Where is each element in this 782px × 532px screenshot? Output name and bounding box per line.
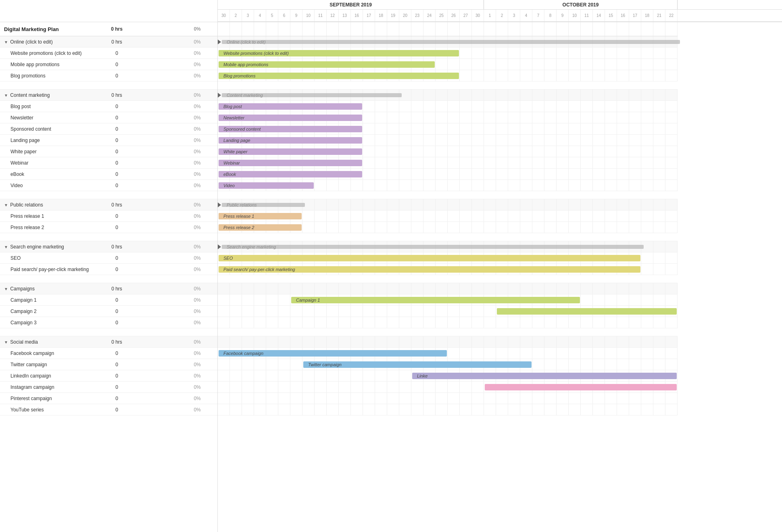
section-name[interactable]: ▼ Public relations	[0, 202, 97, 208]
gantt-cell	[351, 211, 363, 221]
gantt-bar[interactable]: Newsletter	[219, 115, 362, 121]
gantt-cell	[484, 336, 496, 347]
gantt-bar[interactable]: Twitter campaign	[303, 361, 532, 368]
gantt-bar[interactable]: Blog promotions	[219, 73, 459, 79]
gantt-bar[interactable]: Public relations	[222, 203, 305, 207]
task-name[interactable]: Campaign 3	[0, 320, 97, 325]
gantt-cell	[653, 157, 665, 168]
task-name[interactable]: White paper	[0, 149, 97, 154]
gantt-bar[interactable]: Content marketing	[222, 93, 402, 97]
task-name[interactable]: Paid search/ pay-per-click marketing	[0, 267, 97, 272]
gantt-cell	[665, 317, 678, 328]
gantt-bar[interactable]	[497, 308, 677, 315]
gantt-cell	[520, 180, 532, 191]
gantt-bar[interactable]: Linke	[412, 373, 677, 379]
gantt-bar[interactable]: Press release 2	[219, 224, 302, 231]
gantt-bar[interactable]	[485, 384, 677, 390]
section-name[interactable]: ▼ Search engine marketing	[0, 244, 97, 250]
gantt-bar[interactable]: Landing page	[219, 137, 362, 144]
task-name[interactable]: Blog post	[0, 104, 97, 109]
task-name[interactable]: Twitter campaign	[0, 362, 97, 367]
gantt-cell	[436, 123, 448, 134]
gantt-bar[interactable]: White paper	[219, 148, 362, 155]
gantt-cell	[436, 135, 448, 146]
task-name[interactable]: Blog promotions	[0, 73, 97, 79]
section-name[interactable]: ▼ Content marketing	[0, 92, 97, 98]
gantt-bar[interactable]: Paid search/ pay-per-click marketing	[219, 266, 640, 273]
task-name[interactable]: Mobile app promotions	[0, 62, 97, 67]
gantt-cell	[423, 123, 436, 134]
gantt-cell	[496, 48, 508, 58]
day-label: 4	[520, 10, 532, 21]
task-name[interactable]: Webinar	[0, 160, 97, 166]
bar-label: eBook	[223, 172, 236, 177]
task-name[interactable]: SEO	[0, 255, 97, 261]
task-name[interactable]: YouTube series	[0, 407, 97, 413]
gantt-cell	[665, 252, 678, 263]
gantt-cell	[569, 336, 581, 347]
gantt-cell	[532, 90, 544, 100]
gantt-cell	[520, 22, 532, 36]
gantt-bar[interactable]: Website promotions (click to edit)	[219, 50, 459, 56]
gantt-cell	[629, 336, 641, 347]
task-name[interactable]: Campaign 2	[0, 309, 97, 314]
task-name[interactable]: Newsletter	[0, 115, 97, 121]
gantt-cell	[254, 382, 266, 392]
task-name[interactable]: Facebook campaign	[0, 350, 97, 356]
gantt-bar[interactable]: Facebook campaign	[219, 350, 447, 357]
gantt-cell	[218, 317, 230, 328]
gantt-bar[interactable]: Video	[219, 182, 314, 189]
gantt-cell	[532, 211, 544, 221]
task-name[interactable]: Video	[0, 183, 97, 188]
gantt-cell	[278, 306, 290, 317]
gantt-cell	[520, 336, 532, 347]
gantt-cell	[520, 48, 532, 58]
gantt-cell	[617, 393, 629, 404]
gantt-cell	[448, 336, 460, 347]
gantt-bar[interactable]: eBook	[219, 171, 362, 177]
gantt-bar[interactable]: Press release 1	[219, 213, 302, 219]
task-name[interactable]: Press release 1	[0, 213, 97, 219]
gantt-cell	[665, 22, 678, 36]
gantt-cell	[242, 317, 254, 328]
task-name[interactable]: Instagram campaign	[0, 384, 97, 390]
gantt-bar[interactable]: SEO	[219, 255, 640, 261]
task-name[interactable]: Pinterest campaign	[0, 396, 97, 401]
gantt-cell	[302, 211, 315, 221]
gantt-cell	[520, 123, 532, 134]
gantt-bar[interactable]: Online (click to edit)	[222, 40, 680, 44]
section-name[interactable]: ▼ Social media	[0, 339, 97, 345]
gantt-bar[interactable]: Blog post	[219, 103, 362, 110]
gantt-cell	[508, 180, 520, 191]
gantt-cell	[448, 348, 460, 359]
gantt-cell	[266, 283, 278, 294]
gantt-cell	[436, 199, 448, 210]
gantt-cell	[629, 317, 641, 328]
gantt-cell	[557, 222, 569, 233]
section-name[interactable]: ▼ Online (click to edit)	[0, 39, 97, 45]
gantt-cell	[629, 123, 641, 134]
gantt-bar[interactable]: Sponsored content	[219, 126, 362, 132]
task-name[interactable]: Landing page	[0, 138, 97, 143]
task-name[interactable]: Website promotions (click to edit)	[0, 50, 97, 56]
gantt-bar[interactable]: Search engine marketing	[222, 245, 644, 249]
gantt-cell	[605, 123, 617, 134]
gantt-cell	[411, 123, 423, 134]
gantt-cell	[399, 283, 411, 294]
gantt-cell	[665, 48, 678, 58]
section-actual: 0 hrs	[97, 244, 137, 250]
task-name[interactable]: Press release 2	[0, 225, 97, 230]
task-name[interactable]: LinkedIn campaign	[0, 373, 97, 379]
task-name[interactable]: Campaign 1	[0, 297, 97, 303]
gantt-bar[interactable]: Mobile app promotions	[219, 61, 435, 68]
section-name[interactable]: ▼ Campaigns	[0, 286, 97, 292]
gantt-cell	[617, 283, 629, 294]
section-progress: 0%	[177, 339, 217, 345]
gantt-bar[interactable]: Campaign 1	[291, 297, 580, 303]
gantt-cell	[460, 199, 472, 210]
gantt-cell	[520, 283, 532, 294]
task-name[interactable]: Sponsored content	[0, 126, 97, 132]
gantt-cell	[411, 393, 423, 404]
gantt-bar[interactable]: Webinar	[219, 160, 362, 166]
task-name[interactable]: eBook	[0, 171, 97, 177]
